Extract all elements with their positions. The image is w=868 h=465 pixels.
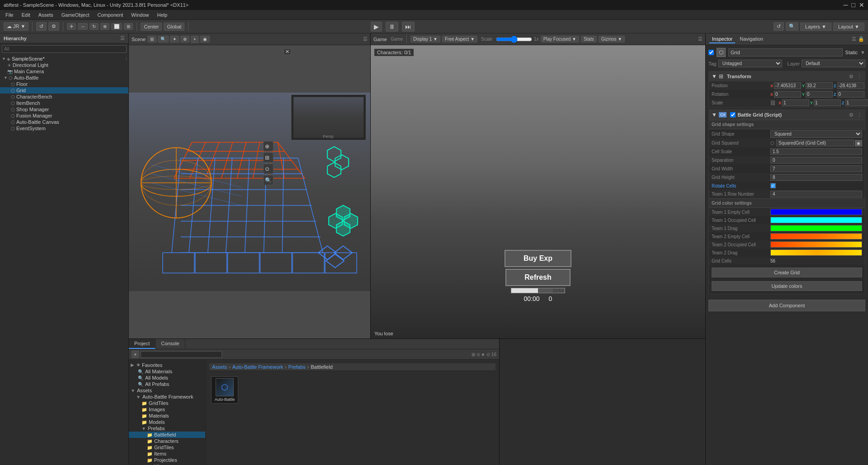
- projectiles-item[interactable]: 📁 Projectiles: [129, 457, 205, 463]
- rotate-cells-label[interactable]: Rotate Cells: [712, 183, 770, 188]
- tree-item-auto-battle-canvas[interactable]: ⬡ Auto-Battle Canvas: [0, 119, 128, 125]
- position-z-input[interactable]: [837, 82, 864, 89]
- mini-viewport-close[interactable]: ✕: [283, 48, 291, 55]
- prefabs-item[interactable]: ▼ Prefabs: [129, 425, 205, 432]
- stats-btn[interactable]: Stats: [581, 36, 597, 42]
- tree-item-characterbench[interactable]: ⬡ CharacterBench: [0, 94, 128, 100]
- materials-item[interactable]: 📁 Materials: [129, 413, 205, 419]
- tab-navigation[interactable]: Navigation: [737, 35, 766, 43]
- battle-grid-menu-icon[interactable]: ⋮: [857, 112, 862, 118]
- obj-active-checkbox[interactable]: [708, 50, 714, 55]
- team1-empty-cell-swatch[interactable]: [770, 209, 862, 215]
- menu-edit[interactable]: Edit: [18, 11, 34, 19]
- add-asset-button[interactable]: +: [132, 351, 139, 358]
- settings-icon[interactable]: ⋮: [124, 56, 128, 61]
- transform-menu-icon[interactable]: ⋮: [857, 74, 862, 80]
- redo-button[interactable]: ⚙: [48, 22, 59, 31]
- refresh-button[interactable]: Refresh: [505, 269, 571, 286]
- ui-item[interactable]: 📁 UI: [129, 463, 205, 465]
- menu-component[interactable]: Component: [94, 11, 127, 19]
- tree-item-auto-battle[interactable]: ▼ ⬡ Auto-Battle: [0, 75, 128, 81]
- pivot-toggle[interactable]: Center: [141, 23, 162, 31]
- transform-settings-icon[interactable]: ⚙: [849, 74, 854, 80]
- step-button[interactable]: ⏭: [402, 22, 415, 32]
- characters-item[interactable]: 📁 Characters: [129, 438, 205, 444]
- menu-assets[interactable]: Assets: [35, 11, 57, 19]
- rect-tool[interactable]: ⬜: [111, 23, 122, 30]
- auto-battle-framework-item[interactable]: ▼ Auto-Battle Framework: [129, 394, 205, 400]
- move-tool[interactable]: ↔: [78, 23, 88, 30]
- translate-tool[interactable]: ✛: [67, 23, 76, 30]
- items-item[interactable]: 📁 Items: [129, 451, 205, 457]
- team1-drag-swatch[interactable]: [770, 225, 862, 231]
- tree-item-eventsystem[interactable]: ⬡ EventSystem: [0, 125, 128, 132]
- gizmos-btn[interactable]: Gizmos ▼: [599, 36, 625, 42]
- scene-viewport[interactable]: Persp ⊕ ⊞ ⊙ 🔍 ✕: [129, 45, 370, 338]
- position-y-input[interactable]: [806, 82, 833, 89]
- scale-x-input[interactable]: [782, 99, 809, 106]
- transform-tool[interactable]: ⊞: [124, 23, 133, 30]
- team2-occupied-cell-swatch[interactable]: [770, 241, 862, 248]
- asset-item-auto-battle[interactable]: ⬡ Auto-Battle: [211, 376, 238, 404]
- inspector-lock-icon[interactable]: 🔒: [858, 36, 864, 42]
- rotation-y-input[interactable]: [806, 91, 833, 98]
- favorites-item[interactable]: ▶ ★ Favorites: [129, 362, 205, 368]
- game-panel-menu[interactable]: ☰: [698, 36, 703, 42]
- scene-tool-3[interactable]: ✦: [170, 36, 179, 42]
- battle-grid-active-checkbox[interactable]: [730, 112, 736, 117]
- assets-item[interactable]: ▼ Assets: [129, 387, 205, 394]
- tree-item-itembench[interactable]: ⬡ ItemBench: [0, 100, 128, 106]
- cell-scale-input[interactable]: [770, 148, 862, 155]
- tree-item-grid[interactable]: ⬡ Grid: [0, 87, 128, 94]
- add-component-button[interactable]: Add Component: [708, 300, 865, 311]
- close-button[interactable]: ✕: [859, 1, 864, 9]
- breadcrumb-assets[interactable]: Assets: [212, 364, 227, 370]
- gridtiles2-item[interactable]: 📁 GridTiles: [129, 444, 205, 451]
- grid-width-input[interactable]: [770, 165, 862, 172]
- scene-panel-menu[interactable]: ☰: [363, 36, 368, 42]
- scale-tool[interactable]: ⊕: [100, 23, 109, 30]
- inspector-menu-icon[interactable]: ☰: [852, 36, 856, 42]
- search-button[interactable]: 🔍: [786, 22, 798, 31]
- tag-select[interactable]: Untagged: [718, 60, 782, 67]
- breadcrumb-prefabs[interactable]: Prefabs: [288, 364, 306, 370]
- rotation-x-input[interactable]: [774, 91, 801, 98]
- battle-grid-settings-icon[interactable]: ⚙: [849, 112, 854, 118]
- all-prefabs-item[interactable]: 🔍 All Prefabs: [129, 381, 205, 387]
- tree-item-main-camera[interactable]: 📷 Main Camera: [0, 68, 128, 75]
- scene-tool-4[interactable]: ⊕: [180, 36, 189, 42]
- gridtiles-item[interactable]: 📁 GridTiles: [129, 400, 205, 406]
- project-search-input[interactable]: [141, 351, 222, 358]
- position-x-input[interactable]: [774, 82, 801, 89]
- tree-item-directional-light[interactable]: ☀ Directional Light: [0, 62, 128, 68]
- undo-button[interactable]: ↺: [36, 22, 47, 31]
- rotate-tool[interactable]: ↻: [90, 23, 99, 30]
- display-dropdown[interactable]: Display 1 ▼: [410, 36, 440, 42]
- tree-item-samplescene[interactable]: ▼ ◈ SampleScene* ⋮: [0, 56, 128, 62]
- layer-select[interactable]: Default: [802, 60, 865, 67]
- update-colors-button[interactable]: Update colors: [712, 281, 862, 291]
- models-item[interactable]: 📁 Models: [129, 419, 205, 425]
- grid-squared-select-btn[interactable]: ◉: [855, 140, 862, 146]
- static-dropdown-icon[interactable]: ▼: [860, 50, 865, 55]
- rotate-cells-checkbox[interactable]: ✓: [770, 183, 776, 188]
- hierarchy-menu-icon[interactable]: ☰: [120, 35, 125, 41]
- menu-window[interactable]: Window: [127, 11, 152, 19]
- tree-item-floor[interactable]: ⬡ Floor: [0, 81, 128, 87]
- scene-tool-2[interactable]: 🔍: [158, 36, 169, 42]
- tree-item-fusion-manager[interactable]: ⬡ Fusion Manager: [0, 113, 128, 119]
- layers-dropdown[interactable]: Layers ▼: [800, 23, 831, 31]
- scene-tool-6[interactable]: ◉: [200, 36, 210, 42]
- tab-console[interactable]: Console: [156, 339, 185, 349]
- battle-grid-header[interactable]: ▼ C# Battle Grid (Script) ⚙ ⋮: [709, 110, 865, 120]
- play-focused-btn[interactable]: Play Focused ▼: [541, 36, 579, 42]
- team2-empty-cell-swatch[interactable]: [770, 233, 862, 240]
- images-item[interactable]: 📁 Images: [129, 406, 205, 413]
- battlefield-item[interactable]: 📁 Battlefield: [129, 432, 205, 438]
- maximize-button[interactable]: □: [852, 1, 855, 9]
- menu-file[interactable]: File: [2, 11, 17, 19]
- scale-y-input[interactable]: [814, 99, 841, 106]
- scene-tool-5[interactable]: ⌖: [191, 36, 199, 43]
- aspect-dropdown[interactable]: Free Aspect ▼: [442, 36, 477, 42]
- menu-gameobject[interactable]: GameObject: [58, 11, 93, 19]
